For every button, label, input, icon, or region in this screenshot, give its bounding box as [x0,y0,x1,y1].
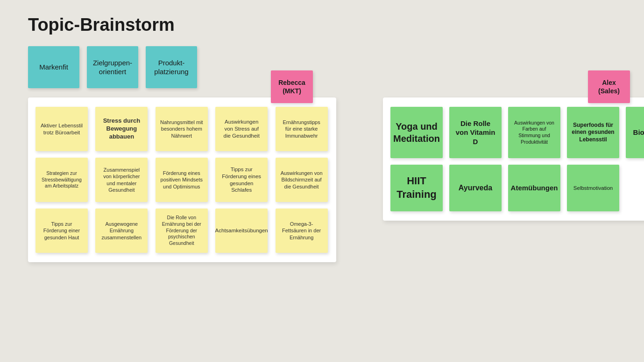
sticky-hiit[interactable]: HIIT Training [390,165,443,211]
sticky-ernahrungstipps[interactable]: Ernährungstipps für eine starke Immunabw… [276,107,328,151]
sticky-empty [626,165,644,211]
sticky-stress-bewegung[interactable]: Stress durch Bewegung abbauen [95,107,148,151]
sticky-farben[interactable]: Auswirkungen von Farben auf Stimmung und… [508,107,560,158]
sticky-foerderung-mindset[interactable]: Förderung eines positiven Mindsets und O… [156,158,208,202]
sticky-superfoods[interactable]: Superfoods für einen gesunden Lebensstil [567,107,619,158]
sticky-bildschirmzeit[interactable]: Auswirkungen von Bildschirmzeit auf die … [276,158,328,202]
left-board: Aktiver Lebensstil trotz Büroarbeit Stre… [28,97,336,262]
sticky-biohacking[interactable]: Biohacking [626,107,644,158]
sticky-ernahrung-zusammenstellen[interactable]: Ausgewogene Ernährung zusammenstellen [95,209,148,253]
sticky-markenfit[interactable]: Markenfit [28,46,79,88]
sticky-nahrungsmittel[interactable]: Nahrungsmittel mit besonders hohem Nährw… [156,107,208,151]
top-stickies-row: Markenfit Zielgruppen-orientiert Produkt… [0,46,644,88]
sticky-produkt[interactable]: Produkt-platzierung [146,46,197,88]
alex-label[interactable]: Alex (Sales) [588,70,630,103]
sticky-achtsamkeit[interactable]: Achtsamkeitsübungen [215,209,268,253]
sticky-haut[interactable]: Tipps zur Förderung einer gesunden Haut [35,209,88,253]
sticky-omega3[interactable]: Omega-3-Fettsäuren in der Ernährung [276,209,328,253]
sticky-rolle-ernahrung[interactable]: Die Rolle von Ernährung bei der Förderun… [156,209,208,253]
sticky-ayurveda[interactable]: Ayurveda [449,165,502,211]
sticky-strategien[interactable]: Strategien zur Stressbewältigung am Arbe… [35,158,88,202]
sticky-aktiver[interactable]: Aktiver Lebensstil trotz Büroarbeit [35,107,88,151]
sticky-atemubungen[interactable]: Atemübungen [508,165,560,211]
sticky-tipps-schlaf[interactable]: Tipps zur Förderung eines gesunden Schla… [215,158,268,202]
sticky-yoga[interactable]: Yoga und Meditation [390,107,443,158]
sticky-zusammenspiel[interactable]: Zusammenspiel von körperlicher und menta… [95,158,148,202]
sticky-auswirkungen-stress[interactable]: Auswirkungen von Stress auf die Gesundhe… [215,107,268,151]
page-title: Topic-Brainstorm [0,0,644,46]
sticky-vitamin-d[interactable]: Die Rolle von Vitamin D [449,107,502,158]
sticky-zielgruppen[interactable]: Zielgruppen-orientiert [87,46,138,88]
rebecca-label[interactable]: Rebecca (MKT) [271,70,313,103]
right-board: Yoga und Meditation Die Rolle von Vitami… [383,97,644,221]
sticky-selbstmotivation[interactable]: Selbstmotivation [567,165,619,211]
